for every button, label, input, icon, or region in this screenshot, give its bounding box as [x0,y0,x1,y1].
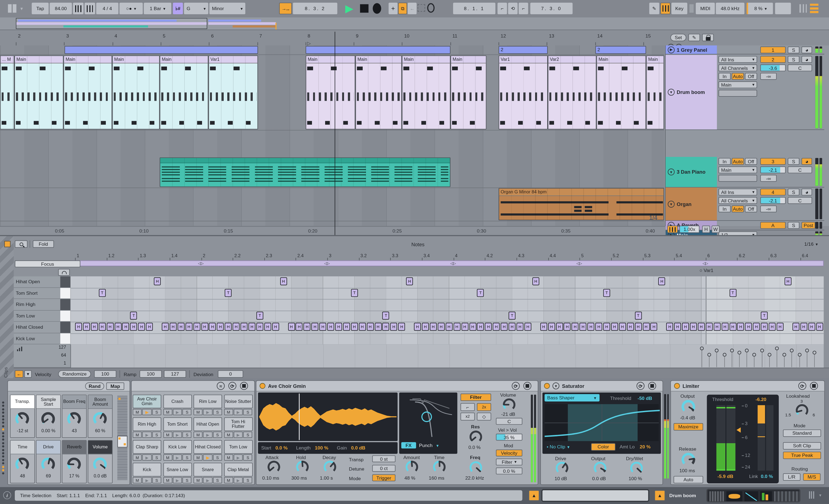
pad-mute-button[interactable]: M [193,455,203,461]
midi-note[interactable]: H [438,323,445,331]
track-number-button[interactable]: 4 [760,188,786,195]
attack-knob[interactable] [267,461,280,473]
clip-drum-boom[interactable]: Main [596,55,646,129]
midi-note[interactable]: H [611,323,618,331]
input-meter-r[interactable] [726,405,735,471]
loop-marker-icon[interactable]: ◁▷ [702,262,708,266]
loop-marker-icon[interactable]: ◁▷ [324,262,330,266]
tab-notes[interactable]: Notes [411,241,424,247]
pad-solo-button[interactable]: S [183,477,192,483]
mode-softclip-button[interactable]: Soft Clip [783,442,821,450]
midi-note[interactable]: H [777,323,784,331]
lane-key-cell[interactable] [60,287,70,299]
filter-type-morph[interactable]: ◇ [477,413,491,421]
pad-mute-button[interactable]: M [163,455,172,461]
device-chain-overview[interactable] [707,489,800,502]
drum-pad-kick[interactable]: Kick [133,463,161,476]
drum-pad-clap-sharp[interactable]: Clap Sharp [133,440,161,454]
refresh-icon[interactable]: ⟳ [637,382,645,390]
volume-field[interactable]: -2.1 [760,166,786,173]
save-preset-icon[interactable] [810,382,818,390]
loop-marker-icon[interactable]: ◁▷ [450,262,456,266]
beat-time-ruler[interactable]: 23456789101112131415 [0,32,665,45]
map-button[interactable]: Map [106,382,124,390]
clip-drum-boom[interactable]: Var2 [548,55,596,129]
routing-menu[interactable]: Main [719,166,757,173]
macro-knob[interactable] [93,412,107,426]
mod-amount-field[interactable]: 0.0 % [496,468,522,474]
pad-play-button[interactable]: ▶ [142,455,151,461]
pad-mute-button[interactable]: M [163,477,172,483]
lane-key-cell[interactable] [60,333,70,344]
quantize-menu[interactable]: 1 Bar [144,3,171,14]
midi-note[interactable]: H [178,323,184,331]
play-button[interactable]: ▶ [345,2,357,15]
midi-note[interactable]: H [587,323,594,331]
drywet-knob[interactable] [630,462,643,474]
clip-grey-panel[interactable] [306,46,450,54]
midi-note[interactable]: H [548,323,555,331]
threshold-handle-icon[interactable] [736,427,741,432]
midi-note[interactable]: H [430,323,437,331]
zoom-level-field[interactable]: 1.00x [679,225,699,233]
midi-note[interactable]: H [170,323,177,331]
midi-note[interactable]: H [556,323,563,331]
midi-note[interactable]: H [359,323,366,331]
midi-note[interactable]: H [367,323,374,331]
grid-value-menu[interactable]: 1/16 [799,240,823,247]
midi-note[interactable]: H [769,323,776,331]
midi-note[interactable]: H [217,323,224,331]
track-number-button[interactable]: 1 [760,46,786,53]
midi-note[interactable]: T [729,289,736,297]
send-field[interactable]: -∞ [760,175,777,182]
midi-note[interactable]: H [666,323,673,331]
pad-solo-button[interactable]: S [152,477,161,483]
clip-drum-boom[interactable]: Main [402,55,450,129]
midi-note[interactable]: H [525,323,531,331]
arrangement-clip-area[interactable]: 22... MMainMainMainMainVar1MainMainMainM… [0,45,664,226]
pad-mute-button[interactable]: M [163,432,172,438]
track-header-1-grey-panel[interactable]: ▶1 Grey Panel1S◕ [665,45,824,54]
midi-note[interactable]: H [304,323,311,331]
pad-mute-button[interactable]: M [163,409,172,415]
back-to-arrangement-button[interactable]: ← [408,3,417,14]
track-header-drum-boom[interactable]: ▼Drum boomAll InsAll ChannelsInAutoOffMa… [665,55,824,130]
monitor-auto[interactable]: Auto [732,158,744,165]
detune-field[interactable]: 0 ct [372,465,396,472]
midi-note[interactable]: H [154,277,160,285]
limiter-output-knob[interactable] [682,400,695,414]
pad-solo-button[interactable]: S [152,455,161,461]
midi-note[interactable]: H [714,323,720,331]
monitor-in[interactable]: In [719,158,730,165]
draw-mode-button[interactable]: ✎ [649,3,659,14]
follow-button[interactable]: →‥ [279,3,292,14]
lane-key-cell[interactable] [60,310,70,321]
midi-note[interactable]: H [580,323,586,331]
midi-note[interactable]: H [351,323,358,331]
midi-note[interactable]: H [193,323,200,331]
playhead[interactable] [335,32,335,235]
pad-solo-button[interactable]: S [183,409,192,415]
pan-field[interactable]: C [788,197,812,204]
res-knob[interactable] [470,431,482,443]
macro-knob[interactable] [41,412,55,426]
pad-solo-button[interactable]: S [243,432,252,438]
pad-solo-button[interactable]: S [213,432,222,438]
loop-marker-icon[interactable]: ◁▷ [198,262,204,266]
arrangement-position-field[interactable]: 8. 3. 2 [293,3,337,14]
randomize-button[interactable]: Randomize [58,370,91,378]
midi-note[interactable]: H [800,323,807,331]
pad-play-button[interactable]: ▶ [142,477,151,483]
monitor-off[interactable]: Off [745,158,757,165]
pad-solo-button[interactable]: S [213,477,222,483]
zoom-width-button[interactable]: W [712,225,720,233]
scroll-up-button[interactable]: ▲ [529,490,540,501]
pad-mute-button[interactable]: M [193,409,203,415]
midi-note[interactable]: H [508,323,515,331]
save-preset-icon[interactable] [648,382,656,390]
scroll-up-button2[interactable]: ▲ [655,490,665,501]
macro-knob[interactable] [93,458,107,471]
midi-note[interactable]: H [414,323,421,331]
midi-note[interactable]: H [603,323,610,331]
midi-note[interactable]: H [280,277,287,285]
